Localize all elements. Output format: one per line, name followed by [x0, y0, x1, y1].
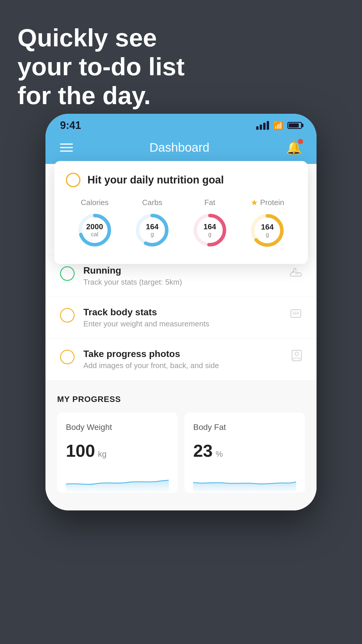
hero-line3: for the day.: [17, 81, 184, 110]
progress-heading: MY PROGRESS: [57, 395, 305, 404]
running-radio[interactable]: [60, 266, 75, 281]
nutrition-calories: Calories 2000 cal: [76, 198, 114, 249]
protein-unit: g: [261, 231, 274, 238]
carbs-unit: g: [146, 231, 159, 238]
nutrition-fat: Fat 164 g: [191, 198, 229, 249]
fat-value: 164: [203, 223, 216, 231]
nutrition-card: Hit your daily nutrition goal Calories 2…: [54, 161, 308, 264]
hero-text: Quickly see your to-do list for the day.: [17, 23, 184, 110]
body-fat-title: Body Fat: [193, 423, 296, 432]
running-subtitle: Track your stats (target: 5km): [83, 278, 281, 287]
nutrition-protein: ★ Protein 164 g: [248, 198, 286, 249]
signal-icon: [256, 121, 269, 130]
star-icon: ★: [251, 198, 258, 207]
content-area: THINGS TO DO TODAY Hit your daily nutrit…: [45, 164, 317, 510]
carbs-value: 164: [146, 223, 159, 231]
body-weight-card[interactable]: Body Weight 100 kg: [57, 413, 178, 493]
body-stats-title: Track body stats: [83, 307, 281, 318]
fat-label: Fat: [204, 198, 215, 207]
body-weight-value-row: 100 kg: [66, 441, 169, 461]
protein-donut: 164 g: [248, 211, 286, 249]
body-weight-number: 100: [66, 441, 95, 461]
scale-icon: [290, 308, 302, 321]
progress-section: MY PROGRESS Body Weight 100 kg: [45, 380, 317, 510]
running-text: Running Track your stats (target: 5km): [83, 265, 281, 287]
shoe-icon: [290, 266, 302, 279]
body-stats-subtitle: Enter your weight and measurements: [83, 319, 281, 328]
carbs-label: Carbs: [142, 198, 162, 207]
status-time: 9:41: [60, 119, 81, 132]
calories-label: Calories: [81, 198, 108, 207]
nutrition-carbs: Carbs 164 g: [133, 198, 171, 249]
fat-donut: 164 g: [191, 211, 229, 249]
status-bar: 9:41 📶: [45, 114, 317, 134]
notification-dot: [298, 139, 303, 144]
calories-value: 2000: [86, 223, 103, 231]
card-title-row: Hit your daily nutrition goal: [66, 173, 296, 187]
phone-mockup: 9:41 📶 Dashboard 🔔 TH: [45, 114, 317, 510]
hero-line2: your to-do list: [17, 52, 184, 81]
running-radio-wrap: [60, 266, 75, 281]
wifi-icon: 📶: [273, 121, 283, 130]
nav-bar: Dashboard 🔔: [45, 134, 317, 164]
body-fat-value-row: 23 %: [193, 441, 296, 461]
photos-subtitle: Add images of your front, back, and side: [83, 361, 283, 370]
protein-value: 164: [261, 223, 274, 231]
body-weight-sparkline: [66, 470, 169, 493]
notification-bell[interactable]: 🔔: [286, 140, 302, 155]
person-icon: [291, 350, 302, 364]
photos-text: Take progress photos Add images of your …: [83, 349, 283, 370]
running-title: Running: [83, 265, 281, 276]
todo-progress-photos[interactable]: Take progress photos Add images of your …: [45, 338, 317, 380]
progress-cards: Body Weight 100 kg: [57, 413, 305, 493]
battery-icon: [287, 122, 302, 129]
body-stats-text: Track body stats Enter your weight and m…: [83, 307, 281, 328]
nutrition-radio[interactable]: [66, 173, 80, 187]
nav-title: Dashboard: [150, 141, 209, 155]
todo-list: Running Track your stats (target: 5km): [45, 255, 317, 380]
body-fat-number: 23: [193, 441, 213, 461]
calories-unit: cal: [86, 231, 103, 238]
status-icons: 📶: [256, 121, 302, 130]
calories-donut: 2000 cal: [76, 211, 114, 249]
nutrition-row: Calories 2000 cal Carbs: [66, 198, 296, 249]
body-stats-radio[interactable]: [60, 308, 75, 323]
body-fat-sparkline: [193, 470, 296, 493]
carbs-donut: 164 g: [133, 211, 171, 249]
body-fat-unit: %: [216, 449, 223, 459]
hero-line1: Quickly see: [17, 23, 184, 52]
body-stats-radio-wrap: [60, 308, 75, 323]
body-weight-unit: kg: [98, 449, 107, 459]
fat-unit: g: [203, 231, 216, 238]
nutrition-card-title: Hit your daily nutrition goal: [87, 174, 224, 186]
photos-title: Take progress photos: [83, 349, 283, 359]
photos-radio[interactable]: [60, 350, 75, 364]
todo-body-stats[interactable]: Track body stats Enter your weight and m…: [45, 297, 317, 338]
body-fat-card[interactable]: Body Fat 23 %: [184, 413, 305, 493]
body-weight-title: Body Weight: [66, 423, 169, 432]
menu-button[interactable]: [60, 144, 73, 152]
protein-label: ★ Protein: [251, 198, 284, 207]
svg-point-10: [295, 352, 298, 356]
photos-radio-wrap: [60, 350, 75, 364]
